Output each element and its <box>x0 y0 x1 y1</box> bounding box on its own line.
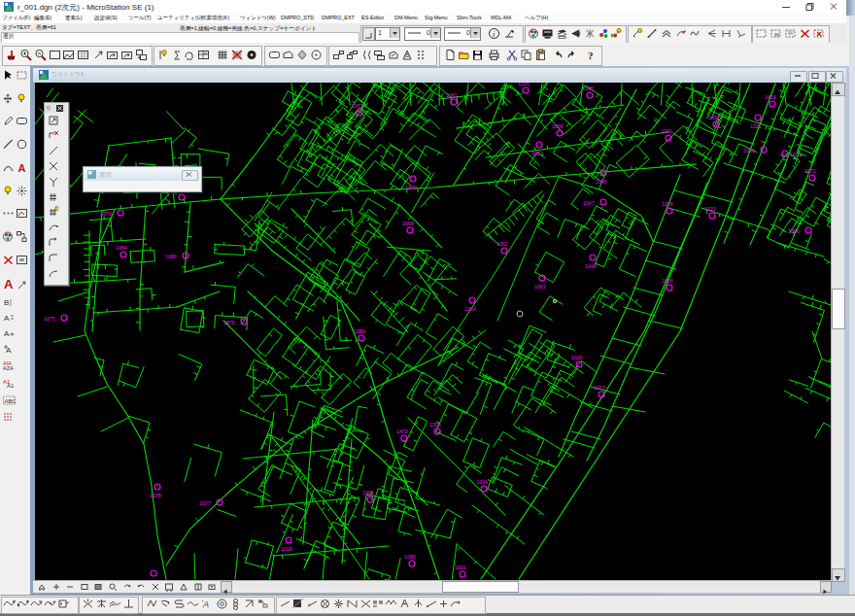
svg-text:1047: 1047 <box>583 200 595 206</box>
svg-text:ABC: ABC <box>5 398 17 404</box>
svg-text:1005: 1005 <box>429 422 441 428</box>
svg-text:B: B <box>4 298 9 307</box>
svg-text:1001: 1001 <box>455 565 466 570</box>
svg-text:1075: 1075 <box>44 316 55 322</box>
svg-text:1068: 1068 <box>402 221 414 226</box>
svg-text:1021: 1021 <box>750 123 762 129</box>
svg-text:1073: 1073 <box>100 211 112 217</box>
svg-text:1004: 1004 <box>476 479 488 485</box>
svg-text:1070: 1070 <box>405 185 417 190</box>
svg-text:1030: 1030 <box>743 148 755 154</box>
svg-text:1082: 1082 <box>146 579 157 580</box>
svg-text:1089: 1089 <box>354 328 365 334</box>
svg-text:1901: 1901 <box>362 490 374 496</box>
svg-text:1072: 1072 <box>804 168 816 174</box>
svg-text:1077: 1077 <box>199 500 211 506</box>
svg-text:1066: 1066 <box>788 228 800 234</box>
svg-text:1071: 1071 <box>352 103 363 109</box>
svg-text:i: i <box>493 29 496 39</box>
svg-text:1432: 1432 <box>708 115 720 120</box>
svg-text:1061: 1061 <box>446 92 458 98</box>
svg-text:?: ? <box>588 50 594 61</box>
svg-text:1046: 1046 <box>596 179 607 185</box>
svg-text:1020: 1020 <box>571 355 583 360</box>
svg-text:1018: 1018 <box>281 546 292 552</box>
svg-text:1057: 1057 <box>531 151 543 156</box>
svg-text:1472: 1472 <box>396 428 408 434</box>
svg-text:1017: 1017 <box>594 385 605 391</box>
svg-text:1086: 1086 <box>165 254 177 259</box>
svg-text:1084: 1084 <box>116 245 127 251</box>
svg-text:A: A <box>4 314 10 323</box>
svg-text:1055: 1055 <box>518 83 530 86</box>
svg-text:A: A <box>4 329 10 338</box>
svg-text:1048: 1048 <box>585 263 597 269</box>
svg-text:1064: 1064 <box>464 306 476 312</box>
svg-text:1088: 1088 <box>404 554 416 560</box>
svg-text:1076: 1076 <box>223 320 235 325</box>
svg-text:1418: 1418 <box>765 94 776 100</box>
svg-text:AZA: AZA <box>3 365 14 371</box>
svg-text:1052: 1052 <box>496 241 508 247</box>
svg-text:A: A <box>18 162 26 174</box>
svg-text:1063: 1063 <box>534 284 546 290</box>
svg-text:1023: 1023 <box>704 206 716 212</box>
svg-text:1026: 1026 <box>662 278 673 284</box>
svg-text:1078: 1078 <box>150 493 161 498</box>
svg-text:1040: 1040 <box>661 128 672 134</box>
svg-text:A1: A1 <box>7 383 15 389</box>
svg-text:1013: 1013 <box>790 152 802 157</box>
svg-text:1045: 1045 <box>582 86 594 91</box>
svg-text:1056: 1056 <box>552 123 564 129</box>
svg-text:1025: 1025 <box>662 201 673 207</box>
